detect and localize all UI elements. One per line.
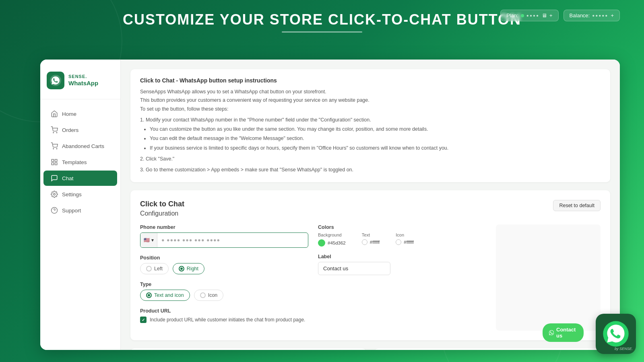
color-text-radio[interactable] — [362, 239, 367, 245]
sidebar-item-chat[interactable]: Chat — [43, 171, 117, 186]
svg-point-9 — [54, 193, 56, 195]
type-group: Type Text and icon Icon — [140, 282, 308, 301]
color-icon: Icon #ffffff — [396, 232, 414, 247]
sidebar-item-abandoned-carts[interactable]: Abandoned Carts — [43, 138, 117, 154]
svg-rect-5 — [52, 159, 54, 161]
sidebar-item-home[interactable]: Home — [43, 106, 117, 121]
type-icon-label: Icon — [208, 292, 218, 298]
balance-value: ●●●●● — [592, 13, 608, 18]
sidebar-label-orders: Orders — [62, 127, 78, 133]
plan-dot — [521, 14, 524, 17]
sidebar-label-settings: Settings — [62, 191, 82, 197]
office-hours-section: Office Hours — [374, 348, 610, 350]
sidebar-item-support[interactable]: Support — [43, 203, 117, 218]
config-middle: Colors Background #45d362 Text — [318, 224, 486, 331]
position-radio-group: Left Right — [140, 263, 308, 274]
sidebar-item-settings[interactable]: Settings — [43, 187, 117, 202]
type-icon-option[interactable]: Icon — [194, 290, 224, 301]
contact-us-preview-btn: Contact us — [543, 323, 584, 342]
balance-add-icon: + — [611, 12, 614, 19]
logo-whatsapp: WhatsApp — [68, 80, 98, 87]
color-icon-entry: #ffffff — [396, 239, 414, 245]
logo-area: SENSE. WhatsApp — [40, 68, 120, 99]
plan-button[interactable]: Plan: ●●●● 🖥 + — [500, 10, 558, 21]
position-left-label: Left — [154, 266, 163, 272]
instructions-title: Click to Chat - WhatsApp button setup in… — [140, 77, 601, 84]
plan-add-icon: + — [549, 12, 553, 19]
position-right-option[interactable]: Right — [173, 263, 204, 274]
balance-button[interactable]: Balance: ●●●●● + — [564, 10, 620, 21]
templates-icon — [51, 158, 58, 166]
label-field-label: Label — [318, 254, 486, 259]
color-icon-value: #ffffff — [404, 240, 414, 245]
sidebar-label-support: Support — [62, 208, 81, 214]
position-right-radio — [179, 266, 184, 272]
sidebar-item-templates[interactable]: Templates — [43, 154, 117, 170]
home-icon — [51, 110, 58, 117]
whatsapp-icon-large: by SENSE. — [596, 314, 636, 354]
colors-label: Colors — [318, 224, 486, 230]
abandoned-carts-icon — [51, 142, 58, 150]
color-bg-label: Background — [318, 232, 346, 237]
reset-button[interactable]: Reset to default — [553, 200, 601, 211]
plan-value: ●●●● — [526, 13, 539, 18]
product-url-checkbox-label: Include product URL while customer initi… — [150, 316, 305, 323]
label-input[interactable] — [318, 262, 390, 275]
main-content: Click to Chat - WhatsApp button setup in… — [121, 60, 620, 350]
instructions-text: SenseApps WhatsApp allows you to set a W… — [140, 88, 601, 174]
instructions-bullet3: If your business service is limited to s… — [150, 144, 601, 152]
section-subtitle: Configuration — [140, 210, 601, 217]
color-icon-label: Icon — [396, 232, 414, 237]
phone-input-wrapper: 🇺🇸 ▾ — [140, 232, 308, 248]
phone-input[interactable] — [157, 234, 308, 246]
config-grid: Phone number 🇺🇸 ▾ Position — [140, 224, 601, 331]
color-bg-value: #45d362 — [328, 241, 346, 245]
svg-rect-7 — [52, 163, 54, 165]
main-container: SENSE. WhatsApp Home Orders — [40, 60, 620, 350]
sense-label: by SENSE. — [615, 347, 633, 351]
colors-group: Colors Background #45d362 Text — [318, 224, 486, 247]
product-url-label: Product URL — [140, 308, 308, 314]
position-right-label: Right — [187, 266, 198, 272]
type-icon-radio — [200, 292, 206, 298]
color-background: Background #45d362 — [318, 232, 346, 247]
color-text-entry: #ffffff — [362, 239, 380, 245]
sidebar-label-abandoned-carts: Abandoned Carts — [62, 143, 104, 149]
phone-number-group: Phone number 🇺🇸 ▾ — [140, 224, 308, 248]
color-text-label: Text — [362, 232, 380, 237]
svg-point-4 — [56, 148, 57, 149]
section-title-main: Click to Chat — [140, 200, 601, 208]
instructions-intro2: This button provides your customers a co… — [140, 96, 601, 105]
position-left-option[interactable]: Left — [140, 263, 169, 274]
contact-us-preview-label: Contact us — [556, 327, 577, 339]
label-group: Label — [318, 254, 486, 275]
welcome-message-section: Welcome Message — [130, 348, 366, 350]
flag-dropdown-icon: ▾ — [151, 237, 154, 243]
position-label: Position — [140, 255, 308, 261]
color-icon-radio[interactable] — [396, 239, 401, 245]
svg-point-1 — [53, 132, 54, 133]
sidebar-label-templates: Templates — [62, 159, 87, 165]
sidebar-item-orders[interactable]: Orders — [43, 122, 117, 138]
color-bg-swatch[interactable] — [318, 239, 325, 247]
type-label: Type — [140, 282, 308, 287]
orders-icon — [51, 126, 58, 134]
instructions-intro3: To set up the button, follow these steps… — [140, 105, 601, 113]
type-text-icon-radio — [146, 292, 152, 298]
type-text-icon-option[interactable]: Text and icon — [140, 290, 190, 301]
svg-point-3 — [53, 148, 54, 149]
instructions-bullet1: You can customize the button as you like… — [150, 125, 601, 134]
type-radio-group: Text and icon Icon — [140, 290, 308, 301]
instructions-step3: 3. Go to theme customization > App embed… — [140, 166, 601, 174]
product-url-checkbox-row: Include product URL while customer initi… — [140, 316, 308, 323]
svg-point-2 — [56, 132, 57, 133]
balance-label: Balance: — [570, 12, 590, 19]
top-bar: Plan: ●●●● 🖥 + Balance: ●●●●● + — [500, 10, 620, 21]
sidebar-label-home: Home — [62, 111, 76, 117]
plan-icon: 🖥 — [542, 12, 547, 19]
position-group: Position Left Right — [140, 255, 308, 274]
instructions-box: Click to Chat - WhatsApp button setup in… — [130, 69, 610, 182]
position-left-radio — [146, 266, 152, 272]
plan-label: Plan: — [506, 12, 518, 19]
product-url-checkbox[interactable] — [140, 317, 147, 323]
